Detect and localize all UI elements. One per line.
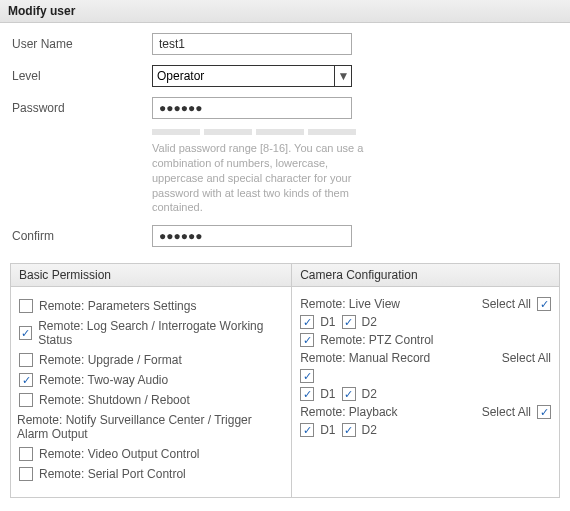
checkbox-d1[interactable]: ✓ — [300, 387, 314, 401]
password-strength-meter — [152, 129, 558, 135]
level-label: Level — [12, 69, 152, 83]
checkbox-selectall-manual[interactable]: ✓ — [300, 369, 314, 383]
checkbox[interactable]: ✓ — [19, 373, 33, 387]
level-select[interactable]: Operator — [152, 65, 352, 87]
perm-label: Remote: Serial Port Control — [39, 467, 186, 481]
password-hint: Valid password range [8-16]. You can use… — [152, 141, 372, 215]
camera-config-body: Remote: Live View Select All ✓ ✓ D1 ✓ D2… — [292, 287, 559, 451]
checkbox[interactable] — [19, 393, 33, 407]
checkbox-ptz[interactable]: ✓ — [300, 333, 314, 347]
password-input[interactable] — [152, 97, 352, 119]
playback-label: Remote: Playback — [300, 405, 397, 419]
perm-item: ✓ Remote: Log Search / Interrogate Worki… — [19, 319, 283, 347]
checkbox-d2[interactable]: ✓ — [342, 315, 356, 329]
perm-item: Remote: Video Output Control — [19, 447, 283, 461]
form-area: User Name Level Operator ▼ Password Vali… — [0, 23, 570, 263]
checkbox[interactable] — [19, 447, 33, 461]
perm-notify-label: Remote: Notify Surveillance Center / Tri… — [17, 413, 283, 441]
d2-label: D2 — [362, 315, 377, 329]
checkbox-d2[interactable]: ✓ — [342, 387, 356, 401]
checkbox-d2[interactable]: ✓ — [342, 423, 356, 437]
dialog-footer: OK Cancel — [0, 498, 570, 511]
perm-item: Remote: Shutdown / Reboot — [19, 393, 283, 407]
checkbox[interactable]: ✓ — [19, 326, 32, 340]
perm-item: ✓ Remote: Two-way Audio — [19, 373, 283, 387]
checkbox[interactable] — [19, 353, 33, 367]
select-all-label: Select All — [482, 405, 531, 419]
perm-label: Remote: Upgrade / Format — [39, 353, 182, 367]
select-all-label: Select All — [502, 351, 551, 365]
liveview-label: Remote: Live View — [300, 297, 400, 311]
d2-label: D2 — [362, 423, 377, 437]
checkbox-d1[interactable]: ✓ — [300, 423, 314, 437]
checkbox-d1[interactable]: ✓ — [300, 315, 314, 329]
checkbox[interactable] — [19, 299, 33, 313]
perm-label: Remote: Shutdown / Reboot — [39, 393, 190, 407]
password-label: Password — [12, 101, 152, 115]
d2-label: D2 — [362, 387, 377, 401]
d1-label: D1 — [320, 423, 335, 437]
confirm-label: Confirm — [12, 229, 152, 243]
perm-label: Remote: Parameters Settings — [39, 299, 196, 313]
checkbox[interactable] — [19, 467, 33, 481]
perm-item: Remote: Parameters Settings — [19, 299, 283, 313]
username-label: User Name — [12, 37, 152, 51]
d1-label: D1 — [320, 315, 335, 329]
perm-label: Remote: Video Output Control — [39, 447, 200, 461]
perm-label: Remote: Log Search / Interrogate Working… — [38, 319, 283, 347]
manual-label: Remote: Manual Record — [300, 351, 430, 365]
perm-item: Remote: Serial Port Control — [19, 467, 283, 481]
perm-item: Remote: Upgrade / Format — [19, 353, 283, 367]
username-input[interactable] — [152, 33, 352, 55]
select-all-label: Select All — [482, 297, 531, 311]
basic-permission-header: Basic Permission — [11, 264, 291, 287]
permissions-panel: Basic Permission Remote: Parameters Sett… — [10, 263, 560, 498]
basic-permission-body: Remote: Parameters Settings ✓ Remote: Lo… — [11, 287, 291, 497]
perm-label: Remote: Two-way Audio — [39, 373, 168, 387]
camera-config-header: Camera Configuration — [292, 264, 559, 287]
checkbox-selectall-playback[interactable]: ✓ — [537, 405, 551, 419]
checkbox-selectall-liveview[interactable]: ✓ — [537, 297, 551, 311]
d1-label: D1 — [320, 387, 335, 401]
ptz-label: Remote: PTZ Control — [320, 333, 433, 347]
dialog-title: Modify user — [0, 0, 570, 23]
confirm-input[interactable] — [152, 225, 352, 247]
